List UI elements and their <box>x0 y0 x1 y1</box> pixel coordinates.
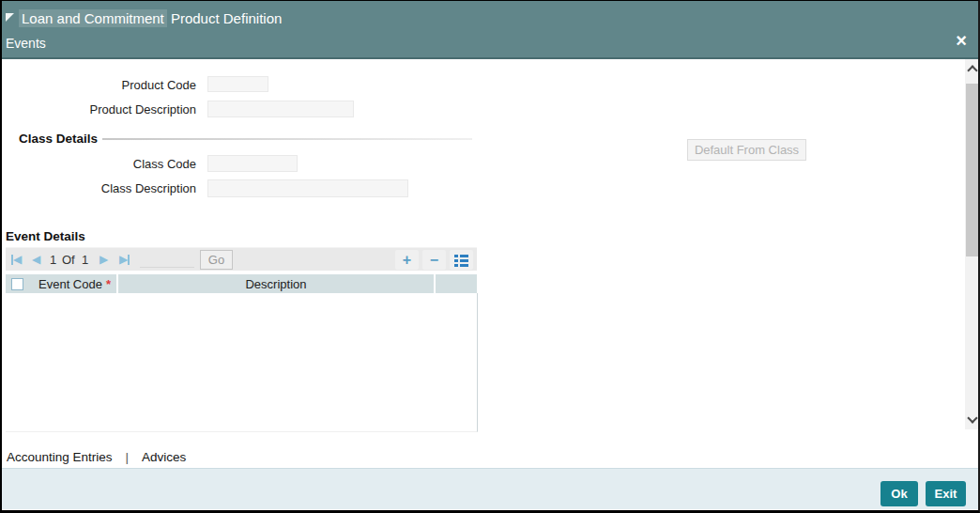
event-code-column-label: Event Code <box>38 277 102 291</box>
go-button[interactable]: Go <box>200 250 233 270</box>
exit-button[interactable]: Exit <box>926 481 966 506</box>
ok-button[interactable]: Ok <box>880 481 918 506</box>
required-marker: * <box>106 277 111 291</box>
subscreen-links: Accounting Entries | Advices <box>7 450 186 464</box>
description-column-label: Description <box>245 277 306 291</box>
title-bar: Loan and Commitment Product Definition E… <box>2 1 978 59</box>
class-description-label: Class Description <box>6 181 196 195</box>
window-cursor-icon <box>6 13 14 22</box>
advices-link[interactable]: Advices <box>142 450 186 464</box>
total-pages: 1 <box>82 253 88 267</box>
spacer-column-header <box>436 274 477 293</box>
event-code-column-header: Event Code * <box>32 274 116 293</box>
links-separator: | <box>126 450 130 464</box>
single-view-icon[interactable] <box>450 250 473 270</box>
event-details-heading: Event Details <box>6 229 85 243</box>
details-list-icon <box>454 255 468 267</box>
class-code-field[interactable] <box>207 155 298 172</box>
scrollbar-thumb[interactable] <box>966 84 980 256</box>
first-page-icon[interactable]: ◀ <box>11 252 22 267</box>
class-details-heading: Class Details <box>19 132 98 146</box>
product-code-label: Product Code <box>6 78 196 92</box>
page-title: Loan and Commitment Product Definition <box>19 10 282 26</box>
event-grid-toolbar: ◀ ◀ 1 Of 1 ▶ ▶ Go + − <box>6 247 477 271</box>
accounting-entries-link[interactable]: Accounting Entries <box>7 450 113 464</box>
goto-page-input[interactable] <box>140 252 194 268</box>
events-dialog: Loan and Commitment Product Definition E… <box>0 0 980 513</box>
select-column-header <box>6 274 32 293</box>
subscreen-title: Events <box>6 36 46 51</box>
default-from-class-button[interactable]: Default From Class <box>687 139 806 161</box>
current-page: 1 <box>50 253 56 267</box>
description-column-header: Description <box>118 274 434 293</box>
product-description-label: Product Description <box>6 102 196 117</box>
event-table-body[interactable] <box>6 293 478 432</box>
next-page-icon[interactable]: ▶ <box>100 252 108 267</box>
close-icon[interactable]: × <box>952 30 971 51</box>
vertical-scrollbar[interactable] <box>965 59 980 429</box>
last-page-icon[interactable]: ▶ <box>119 252 130 267</box>
scroll-down-icon[interactable] <box>967 412 977 423</box>
previous-page-icon[interactable]: ◀ <box>32 252 40 267</box>
class-details-rule <box>102 138 472 140</box>
product-description-field[interactable] <box>207 101 354 117</box>
scroll-up-icon[interactable] <box>967 65 977 75</box>
footer-bar: Ok Exit <box>2 468 978 509</box>
page-of-label: Of <box>62 253 75 267</box>
class-description-field[interactable] <box>207 179 408 197</box>
event-table-header: Event Code * Description <box>6 274 477 293</box>
class-code-label: Class Code <box>6 157 196 171</box>
page-title-screen: Product Definition <box>171 10 282 26</box>
add-row-icon[interactable]: + <box>395 250 419 270</box>
delete-row-icon[interactable]: − <box>422 250 446 270</box>
page-title-module: Loan and Commitment <box>19 9 167 27</box>
select-all-checkbox[interactable] <box>11 278 23 290</box>
product-code-field[interactable] <box>207 76 268 92</box>
